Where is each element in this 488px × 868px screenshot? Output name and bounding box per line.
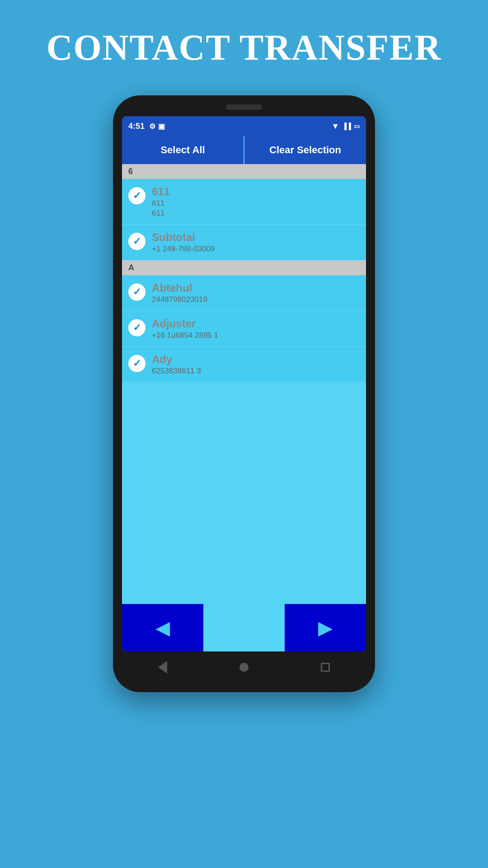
signal-icon: ▐▐ bbox=[342, 123, 351, 130]
wifi-icon: ▼ bbox=[331, 122, 339, 131]
select-all-button[interactable]: Select All bbox=[122, 136, 244, 164]
status-right-icons: ▼ ▐▐ ▭ bbox=[331, 122, 360, 131]
action-buttons: Select All Clear Selection bbox=[122, 136, 366, 164]
contact-phone: 2448798023019 bbox=[152, 295, 207, 304]
prev-icon: ◀ bbox=[155, 617, 170, 639]
contact-list: 6 ✓ 611 611 611 ✓ Subtotal +1 248-798-03… bbox=[122, 164, 366, 604]
status-bar: 4:51 ⚙ ▣ ▼ ▐▐ ▭ bbox=[122, 116, 366, 136]
list-item[interactable]: ✓ 611 611 611 bbox=[122, 179, 366, 225]
recents-button[interactable] bbox=[321, 663, 330, 672]
list-item[interactable]: ✓ Adjuster +16 1u6854.2895 1 bbox=[122, 311, 366, 347]
sim-icon: ▣ bbox=[158, 122, 165, 131]
list-item[interactable]: ✓ Ady 6253838611 3 bbox=[122, 347, 366, 382]
contact-name: Abtehul bbox=[152, 282, 207, 294]
phone-nav-bar bbox=[122, 651, 366, 683]
center-button[interactable] bbox=[203, 604, 285, 651]
status-icons: ⚙ ▣ bbox=[149, 122, 165, 131]
next-button[interactable]: ▶ bbox=[285, 604, 366, 651]
contact-name: Adjuster bbox=[152, 317, 218, 330]
contact-info: Adjuster +16 1u6854.2895 1 bbox=[152, 317, 218, 340]
check-circle: ✓ bbox=[128, 283, 145, 301]
checkmark-icon: ✓ bbox=[133, 286, 141, 298]
nav-buttons: ◀ ▶ bbox=[122, 604, 366, 651]
phone-frame: 4:51 ⚙ ▣ ▼ ▐▐ ▭ Select All Clear Selecti… bbox=[113, 95, 375, 692]
status-time: 4:51 bbox=[128, 122, 145, 131]
section-header-a: A bbox=[122, 260, 366, 275]
contact-info: Ady 6253838611 3 bbox=[152, 353, 201, 376]
contact-name: Subtotal bbox=[152, 231, 215, 244]
checkmark-icon: ✓ bbox=[133, 322, 141, 334]
check-circle: ✓ bbox=[128, 355, 145, 372]
checkmark-icon: ✓ bbox=[133, 190, 141, 202]
contact-phone-2: 611 bbox=[152, 209, 170, 218]
home-button[interactable] bbox=[239, 663, 249, 672]
list-item[interactable]: ✓ Subtotal +1 248-798-03009 bbox=[122, 225, 366, 260]
contact-phone: +1 248-798-03009 bbox=[152, 245, 215, 254]
back-button[interactable] bbox=[158, 661, 167, 674]
check-circle: ✓ bbox=[128, 187, 145, 204]
phone-speaker bbox=[226, 104, 262, 110]
prev-button[interactable]: ◀ bbox=[122, 604, 203, 651]
check-circle: ✓ bbox=[128, 319, 145, 336]
page-title: Contact Transfer bbox=[0, 27, 488, 68]
phone-screen: 4:51 ⚙ ▣ ▼ ▐▐ ▭ Select All Clear Selecti… bbox=[122, 116, 366, 651]
contact-phone: 6253838611 3 bbox=[152, 367, 201, 376]
contact-info: Abtehul 2448798023019 bbox=[152, 282, 207, 304]
contact-name: Ady bbox=[152, 353, 201, 366]
contact-name: 611 bbox=[152, 185, 170, 198]
checkmark-icon: ✓ bbox=[133, 236, 141, 247]
list-item[interactable]: ✓ Abtehul 2448798023019 bbox=[122, 275, 366, 311]
battery-icon: ▭ bbox=[354, 123, 360, 130]
settings-icon: ⚙ bbox=[149, 122, 155, 131]
contact-phone: +16 1u6854.2895 1 bbox=[152, 331, 218, 340]
clear-selection-button[interactable]: Clear Selection bbox=[244, 136, 366, 164]
section-header-6: 6 bbox=[122, 164, 366, 179]
checkmark-icon: ✓ bbox=[133, 358, 141, 369]
contact-info: 611 611 611 bbox=[152, 185, 170, 218]
contact-phone: 611 bbox=[152, 199, 170, 208]
next-icon: ▶ bbox=[318, 617, 333, 639]
check-circle: ✓ bbox=[128, 233, 145, 250]
contact-info: Subtotal +1 248-798-03009 bbox=[152, 231, 215, 254]
